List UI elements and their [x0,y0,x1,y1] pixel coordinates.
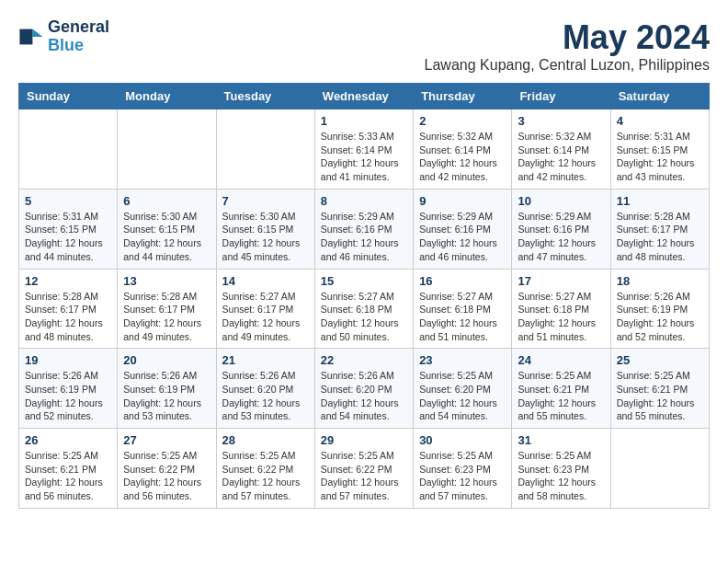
day-number: 22 [321,353,407,367]
day-info: Sunrise: 5:25 AMSunset: 6:22 PMDaylight:… [123,449,210,503]
calendar-day-cell: 19Sunrise: 5:26 AMSunset: 6:19 PMDayligh… [19,349,118,429]
day-info: Sunrise: 5:29 AMSunset: 6:16 PMDaylight:… [321,210,407,264]
calendar-day-cell: 31Sunrise: 5:25 AMSunset: 6:23 PMDayligh… [512,429,610,509]
day-number: 21 [222,353,309,367]
day-number: 10 [518,194,604,208]
calendar-weekday-header: Monday [118,84,216,109]
calendar-weekday-header: Saturday [610,84,709,109]
day-info: Sunrise: 5:25 AMSunset: 6:23 PMDaylight:… [518,449,604,503]
day-number: 4 [617,114,703,128]
calendar-day-cell: 20Sunrise: 5:26 AMSunset: 6:19 PMDayligh… [118,349,216,429]
calendar-day-cell: 11Sunrise: 5:28 AMSunset: 6:17 PMDayligh… [610,189,709,269]
calendar-day-cell: 17Sunrise: 5:27 AMSunset: 6:18 PMDayligh… [512,269,610,349]
header: General Blue May 2024 Lawang Kupang, Cen… [18,18,710,74]
calendar-week-row: 1Sunrise: 5:33 AMSunset: 6:14 PMDaylight… [19,109,710,190]
day-number: 28 [222,433,309,447]
day-info: Sunrise: 5:27 AMSunset: 6:18 PMDaylight:… [419,290,506,344]
calendar-weekday-header: Thursday [414,84,512,109]
logo-text: General Blue [48,18,109,55]
day-info: Sunrise: 5:30 AMSunset: 6:15 PMDaylight:… [123,210,210,264]
day-info: Sunrise: 5:26 AMSunset: 6:19 PMDaylight:… [617,290,703,344]
day-number: 20 [123,353,210,367]
calendar-day-cell: 15Sunrise: 5:27 AMSunset: 6:18 PMDayligh… [314,269,413,349]
day-info: Sunrise: 5:28 AMSunset: 6:17 PMDaylight:… [25,290,111,344]
calendar-weekday-header: Friday [512,84,610,109]
day-info: Sunrise: 5:29 AMSunset: 6:16 PMDaylight:… [518,210,604,264]
day-number: 15 [321,274,407,288]
day-number: 1 [321,114,407,128]
calendar-weekday-header: Sunday [19,84,118,109]
day-number: 29 [321,433,407,447]
calendar-week-row: 12Sunrise: 5:28 AMSunset: 6:17 PMDayligh… [19,269,710,349]
calendar-day-cell: 9Sunrise: 5:29 AMSunset: 6:16 PMDaylight… [414,189,512,269]
day-number: 17 [518,274,604,288]
logo: General Blue [18,18,109,55]
calendar-day-cell: 18Sunrise: 5:26 AMSunset: 6:19 PMDayligh… [610,269,709,349]
sub-title: Lawang Kupang, Central Luzon, Philippine… [425,57,710,74]
day-info: Sunrise: 5:28 AMSunset: 6:17 PMDaylight:… [617,210,703,264]
main-title: May 2024 [425,18,710,57]
day-number: 11 [617,194,703,208]
calendar-day-cell: 14Sunrise: 5:27 AMSunset: 6:17 PMDayligh… [216,269,314,349]
calendar-day-cell: 6Sunrise: 5:30 AMSunset: 6:15 PMDaylight… [118,189,216,269]
calendar-day-cell [19,109,118,190]
day-number: 6 [123,194,210,208]
day-number: 16 [419,274,506,288]
calendar-week-row: 26Sunrise: 5:25 AMSunset: 6:21 PMDayligh… [19,429,710,509]
day-number: 18 [617,274,703,288]
day-info: Sunrise: 5:27 AMSunset: 6:18 PMDaylight:… [321,290,407,344]
logo-line1: General [48,18,109,37]
day-info: Sunrise: 5:27 AMSunset: 6:18 PMDaylight:… [518,290,604,344]
day-info: Sunrise: 5:28 AMSunset: 6:17 PMDaylight:… [123,290,210,344]
title-area: May 2024 Lawang Kupang, Central Luzon, P… [425,18,710,74]
day-number: 26 [25,433,111,447]
day-info: Sunrise: 5:33 AMSunset: 6:14 PMDaylight:… [321,130,407,184]
day-info: Sunrise: 5:25 AMSunset: 6:21 PMDaylight:… [25,449,111,503]
day-info: Sunrise: 5:25 AMSunset: 6:21 PMDaylight:… [617,369,703,423]
day-number: 3 [518,114,604,128]
day-info: Sunrise: 5:25 AMSunset: 6:22 PMDaylight:… [222,449,309,503]
day-info: Sunrise: 5:32 AMSunset: 6:14 PMDaylight:… [518,130,604,184]
day-number: 7 [222,194,309,208]
calendar-day-cell: 26Sunrise: 5:25 AMSunset: 6:21 PMDayligh… [19,429,118,509]
calendar-day-cell: 10Sunrise: 5:29 AMSunset: 6:16 PMDayligh… [512,189,610,269]
day-info: Sunrise: 5:25 AMSunset: 6:20 PMDaylight:… [419,369,506,423]
day-number: 31 [518,433,604,447]
day-info: Sunrise: 5:26 AMSunset: 6:19 PMDaylight:… [123,369,210,423]
calendar-day-cell: 24Sunrise: 5:25 AMSunset: 6:21 PMDayligh… [512,349,610,429]
day-info: Sunrise: 5:30 AMSunset: 6:15 PMDaylight:… [222,210,309,264]
day-number: 2 [419,114,506,128]
calendar-day-cell: 16Sunrise: 5:27 AMSunset: 6:18 PMDayligh… [414,269,512,349]
svg-rect-2 [19,29,32,44]
day-number: 30 [419,433,506,447]
day-info: Sunrise: 5:25 AMSunset: 6:23 PMDaylight:… [419,449,506,503]
calendar-day-cell: 22Sunrise: 5:26 AMSunset: 6:20 PMDayligh… [314,349,413,429]
calendar: SundayMondayTuesdayWednesdayThursdayFrid… [18,83,710,509]
calendar-day-cell: 23Sunrise: 5:25 AMSunset: 6:20 PMDayligh… [414,349,512,429]
day-info: Sunrise: 5:31 AMSunset: 6:15 PMDaylight:… [617,130,703,184]
day-number: 27 [123,433,210,447]
day-info: Sunrise: 5:31 AMSunset: 6:15 PMDaylight:… [25,210,111,264]
day-info: Sunrise: 5:26 AMSunset: 6:20 PMDaylight:… [222,369,309,423]
day-number: 19 [25,353,111,367]
calendar-day-cell: 30Sunrise: 5:25 AMSunset: 6:23 PMDayligh… [414,429,512,509]
calendar-weekday-header: Wednesday [314,84,413,109]
day-number: 9 [419,194,506,208]
day-number: 12 [25,274,111,288]
calendar-day-cell: 25Sunrise: 5:25 AMSunset: 6:21 PMDayligh… [610,349,709,429]
calendar-day-cell: 29Sunrise: 5:25 AMSunset: 6:22 PMDayligh… [314,429,413,509]
calendar-day-cell: 4Sunrise: 5:31 AMSunset: 6:15 PMDaylight… [610,109,709,190]
calendar-weekday-header: Tuesday [216,84,314,109]
day-number: 25 [617,353,703,367]
calendar-day-cell: 8Sunrise: 5:29 AMSunset: 6:16 PMDaylight… [314,189,413,269]
day-info: Sunrise: 5:26 AMSunset: 6:20 PMDaylight:… [321,369,407,423]
day-number: 24 [518,353,604,367]
calendar-body: 1Sunrise: 5:33 AMSunset: 6:14 PMDaylight… [19,109,710,509]
calendar-day-cell [216,109,314,190]
day-info: Sunrise: 5:25 AMSunset: 6:22 PMDaylight:… [321,449,407,503]
day-info: Sunrise: 5:32 AMSunset: 6:14 PMDaylight:… [419,130,506,184]
calendar-day-cell: 12Sunrise: 5:28 AMSunset: 6:17 PMDayligh… [19,269,118,349]
day-info: Sunrise: 5:26 AMSunset: 6:19 PMDaylight:… [25,369,111,423]
calendar-header-row: SundayMondayTuesdayWednesdayThursdayFrid… [19,84,710,109]
calendar-week-row: 5Sunrise: 5:31 AMSunset: 6:15 PMDaylight… [19,189,710,269]
